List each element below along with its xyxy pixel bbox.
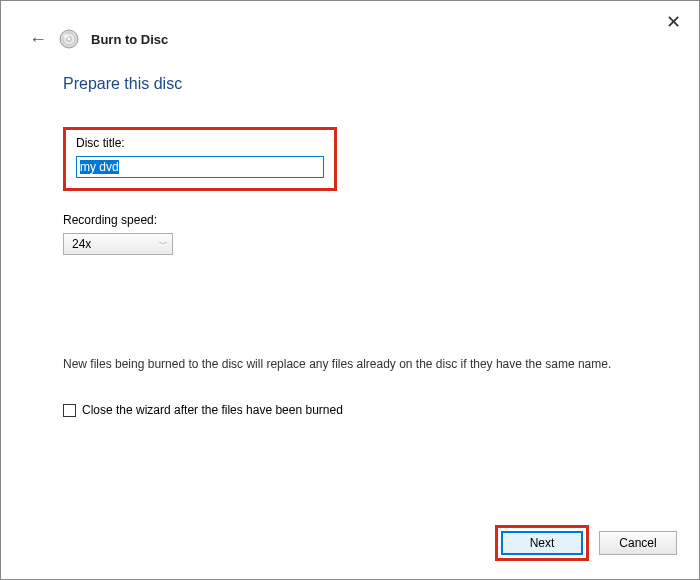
dialog-title: Burn to Disc: [91, 32, 168, 47]
next-button[interactable]: Next: [501, 531, 583, 555]
chevron-down-icon: ﹀: [159, 238, 168, 251]
info-note: New files being burned to the disc will …: [63, 355, 623, 373]
svg-point-3: [63, 34, 69, 38]
recording-speed-group: Recording speed: 24x ﹀: [63, 213, 637, 255]
cancel-button[interactable]: Cancel: [599, 531, 677, 555]
dialog-content: Prepare this disc Disc title: my dvd Rec…: [1, 57, 699, 511]
close-wizard-row: Close the wizard after the files have be…: [63, 403, 637, 417]
disc-title-input[interactable]: my dvd: [76, 156, 324, 178]
recording-speed-value: 24x: [72, 237, 91, 251]
close-wizard-label: Close the wizard after the files have be…: [82, 403, 343, 417]
dialog-header: ← Burn to Disc: [1, 1, 699, 57]
recording-speed-select[interactable]: 24x ﹀: [63, 233, 173, 255]
highlight-disc-title: Disc title: my dvd: [63, 127, 337, 191]
recording-speed-label: Recording speed:: [63, 213, 637, 227]
dialog-footer: Next Cancel: [1, 511, 699, 579]
highlight-next-button: Next: [495, 525, 589, 561]
page-title: Prepare this disc: [63, 75, 637, 93]
burn-to-disc-dialog: ✕ ← Burn to Disc Prepare this disc Disc …: [0, 0, 700, 580]
disc-title-label: Disc title:: [76, 136, 324, 150]
close-icon[interactable]: ✕: [666, 11, 681, 33]
back-arrow-icon[interactable]: ←: [29, 30, 47, 48]
disc-title-group: Disc title: my dvd: [63, 127, 637, 191]
close-wizard-checkbox[interactable]: [63, 404, 76, 417]
disc-title-value: my dvd: [80, 160, 119, 174]
disc-icon: [59, 29, 79, 49]
